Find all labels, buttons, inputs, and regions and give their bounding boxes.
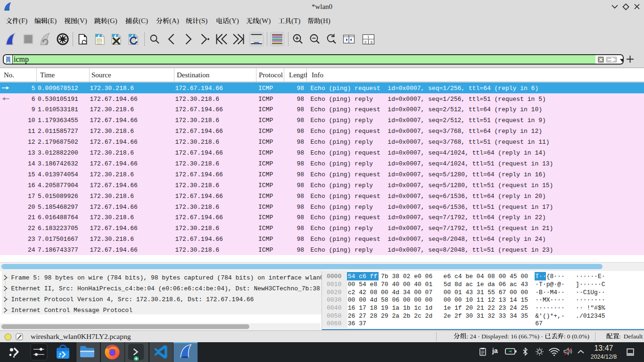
svg-text:2: 2 xyxy=(364,40,367,44)
svg-text:0111: 0111 xyxy=(97,42,102,45)
svg-text:1: 1 xyxy=(367,35,370,39)
svg-text:3: 3 xyxy=(371,40,373,44)
